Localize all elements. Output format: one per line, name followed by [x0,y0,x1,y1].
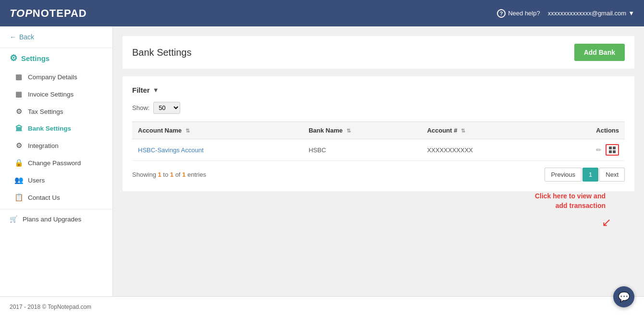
col-actions: Actions [548,122,625,139]
company-icon: ▦ [14,73,23,81]
account-name-link[interactable]: HSBC-Savings Account [138,146,204,154]
footer: 2017 - 2018 © TopNotepad.com [0,296,644,317]
sort-icon: ⇅ [347,128,351,134]
sidebar-settings-header: ⚙ Settings [0,48,112,68]
cell-account-number: XXXXXXXXXXX [421,139,548,161]
integration-icon: ⚙ [14,141,23,150]
sidebar-item-label: Invoice Settings [28,91,74,98]
sidebar-item-tax-settings[interactable]: ⚙ Tax Settings [0,103,112,120]
page-1-button[interactable]: 1 [582,168,598,182]
bank-table: Account Name ⇅ Bank Name ⇅ Account # ⇅ A… [132,122,625,161]
filter-row: Filter ▼ [132,86,625,94]
cell-account-name: HSBC-Savings Account [132,139,303,161]
show-label: Show: [132,104,149,111]
back-link[interactable]: ← Back [0,26,112,48]
sidebar-item-label: Users [28,177,45,184]
contact-icon: 📋 [14,193,23,202]
page-title: Bank Settings [132,47,191,58]
sidebar-item-label: Company Details [28,73,77,81]
chevron-down-icon: ▼ [628,10,634,17]
action-icons: ✏ [554,144,619,156]
logo: TopNotepad [10,7,87,20]
cart-icon: 🛒 [10,215,18,223]
sort-icon: ⇅ [186,128,190,134]
sidebar-settings-label: Settings [21,54,50,62]
invoice-icon: ▦ [14,90,23,98]
sidebar-item-users[interactable]: 👥 Users [0,171,112,189]
header: TopNotepad ? Need help? xxxxxxxxxxxxxx@g… [0,0,644,26]
sidebar-item-label: Change Password [28,159,81,167]
sidebar: ← Back ⚙ Settings ▦ Company Details ▦ In… [0,26,113,296]
back-arrow-icon: ← [10,33,16,41]
svg-rect-1 [613,146,616,149]
copyright: 2017 - 2018 © TopNotepad.com [10,304,91,310]
callout-arrow-icon: ↙ [602,216,611,229]
add-bank-button[interactable]: Add Bank [574,44,625,61]
sidebar-item-label: Integration [28,142,59,149]
page-to: 1 [170,171,173,178]
user-menu[interactable]: xxxxxxxxxxxxxx@gmail.com ▼ [548,10,634,17]
help-icon: ? [497,9,506,18]
sort-icon: ⇅ [461,128,465,134]
sidebar-item-change-password[interactable]: 🔒 Change Password [0,154,112,171]
sidebar-item-bank-settings[interactable]: 🏛 Bank Settings [0,120,112,137]
help-link[interactable]: ? Need help? [497,9,540,18]
sidebar-plans[interactable]: 🛒 Plans and Upgrades [0,209,112,229]
col-account-name: Account Name ⇅ [132,122,303,139]
transaction-icon[interactable] [606,144,619,156]
show-row: Show: 10 25 50 100 [132,102,625,114]
back-label: Back [19,33,34,41]
sidebar-item-integration[interactable]: ⚙ Integration [0,137,112,154]
pagination-row: Showing 1 to 1 of 1 entries Previous 1 N… [132,168,625,182]
sidebar-item-invoice-settings[interactable]: ▦ Invoice Settings [0,85,112,103]
tax-icon: ⚙ [14,107,23,116]
users-icon: 👥 [14,176,23,184]
sidebar-item-label: Bank Settings [28,125,71,132]
table-row: HSBC-Savings Account HSBC XXXXXXXXXXX ✏ [132,139,625,161]
sidebar-item-company-details[interactable]: ▦ Company Details [0,68,112,85]
svg-rect-3 [613,150,616,153]
col-account-number: Account # ⇅ [421,122,548,139]
help-label: Need help? [508,10,540,17]
next-button[interactable]: Next [599,168,625,182]
sidebar-nav: ▦ Company Details ▦ Invoice Settings ⚙ T… [0,68,112,206]
pagination-showing: Showing 1 to 1 of 1 entries [132,171,206,178]
header-right: ? Need help? xxxxxxxxxxxxxx@gmail.com ▼ [497,9,634,18]
svg-rect-0 [609,146,612,149]
page-from: 1 [158,171,161,178]
bank-icon: 🏛 [14,124,23,133]
lock-icon: 🔒 [14,158,23,167]
page-header: Bank Settings Add Bank [123,36,634,69]
main-container: ← Back ⚙ Settings ▦ Company Details ▦ In… [0,26,644,296]
col-bank-name: Bank Name ⇅ [303,122,421,139]
sidebar-item-label: Tax Settings [28,108,63,115]
cell-bank-name: HSBC [303,139,421,161]
chat-bubble[interactable]: 💬 [613,286,634,307]
sidebar-item-label: Contact Us [28,194,60,201]
bank-settings-card: Filter ▼ Show: 10 25 50 100 Account [123,76,634,191]
plans-label: Plans and Upgrades [23,216,81,223]
content-area: Bank Settings Add Bank Filter ▼ Show: 10… [113,26,644,296]
show-select[interactable]: 10 25 50 100 [153,102,180,114]
user-email: xxxxxxxxxxxxxx@gmail.com [548,10,626,17]
edit-icon[interactable]: ✏ [596,146,602,154]
page-total: 1 [182,171,186,178]
pagination-controls: Previous 1 Next [545,168,625,182]
callout-text: Click here to view andadd transaction [535,192,606,210]
cell-actions: ✏ [548,139,625,161]
filter-label: Filter [132,86,150,94]
sidebar-item-contact-us[interactable]: 📋 Contact Us [0,189,112,206]
gear-icon: ⚙ [10,53,17,63]
previous-button[interactable]: Previous [545,168,582,182]
filter-icon: ▼ [153,86,159,94]
svg-rect-2 [609,150,612,153]
